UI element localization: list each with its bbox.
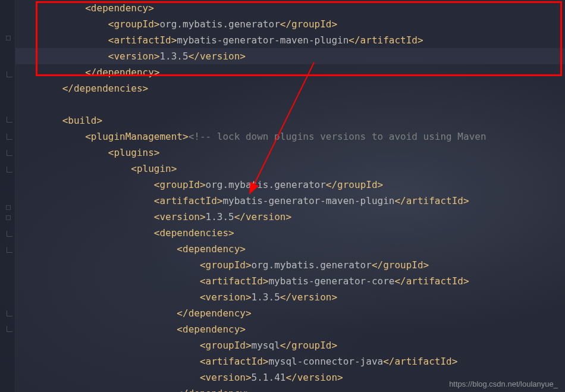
code-line[interactable]: <artifactId>mybatis-generator-maven-plug… xyxy=(11,32,565,48)
code-line[interactable]: <plugin> xyxy=(11,161,565,177)
code-line[interactable]: <plugins> xyxy=(11,145,565,161)
fold-square-icon[interactable] xyxy=(6,36,11,40)
code-line[interactable]: </dependencies> xyxy=(11,80,565,96)
fold-square-icon[interactable] xyxy=(6,205,11,210)
code-line[interactable]: <dependency> xyxy=(11,241,565,257)
code-line[interactable]: <pluginManagement><!-- lock down plugins… xyxy=(11,128,565,145)
code-line[interactable]: <groupId>org.mybatis.generator</groupId> xyxy=(11,177,565,193)
code-line[interactable]: <build> xyxy=(11,112,565,128)
code-line[interactable]: <groupId>org.mybatis.generator</groupId> xyxy=(11,16,565,32)
code-editor[interactable]: <dependency> <groupId>org.mybatis.genera… xyxy=(11,0,565,392)
code-line[interactable]: <dependency> xyxy=(11,321,565,337)
code-line[interactable]: <dependencies> xyxy=(11,225,565,241)
fold-square-icon[interactable] xyxy=(6,215,11,220)
code-line[interactable]: <groupId>org.mybatis.generator</groupId> xyxy=(11,257,565,273)
code-line[interactable]: </dependency> xyxy=(11,305,565,321)
code-line[interactable]: <version>1.3.5</version> xyxy=(11,289,565,305)
code-line[interactable]: <artifactId>mybatis-generator-maven-plug… xyxy=(11,193,565,209)
code-line[interactable]: <artifactId>mybatis-generator-core</arti… xyxy=(11,273,565,289)
code-line[interactable]: <dependency> xyxy=(11,0,565,16)
code-line[interactable]: <version>1.3.5</version> xyxy=(11,209,565,225)
watermark: https://blog.csdn.net/loulanyue_ xyxy=(449,380,558,388)
code-line[interactable]: <groupId>mysql</groupId> xyxy=(11,337,565,353)
code-line[interactable]: <artifactId>mysql-connector-java</artifa… xyxy=(11,353,565,369)
code-line[interactable]: </dependency> xyxy=(11,64,565,80)
code-line[interactable]: <version>1.3.5</version> xyxy=(11,48,565,64)
code-line[interactable] xyxy=(11,96,565,112)
